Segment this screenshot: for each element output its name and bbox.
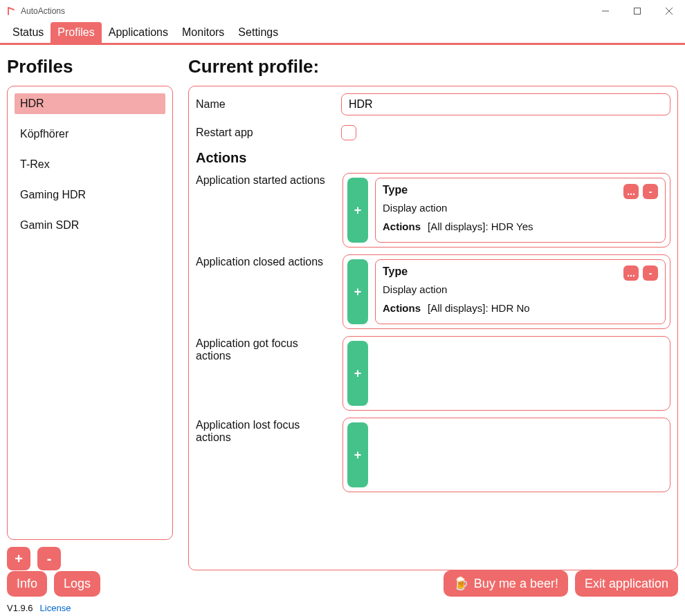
- menubar: StatusProfilesApplicationsMonitorsSettin…: [0, 22, 685, 43]
- remove-profile-button[interactable]: -: [37, 547, 61, 570]
- menu-tab-profiles[interactable]: Profiles: [51, 22, 101, 43]
- remove-action-button[interactable]: -: [643, 184, 658, 199]
- close-button[interactable]: [653, 0, 685, 22]
- action-type-value: Display action: [383, 202, 658, 214]
- action-section-label: Application lost focus actions: [196, 418, 334, 492]
- action-actions-value: [All displays]: HDR No: [428, 302, 530, 314]
- action-container: +: [342, 418, 670, 492]
- profile-list: HDRKöpfhörerT-RexGaming HDRGamin SDR: [15, 93, 165, 236]
- action-card: Type...-Display actionActions[All displa…: [375, 259, 666, 324]
- logs-button[interactable]: Logs: [54, 571, 100, 597]
- add-action-button[interactable]: +: [347, 178, 368, 243]
- action-section: Application got focus actions+: [196, 336, 670, 411]
- buy-beer-label: Buy me a beer!: [474, 577, 558, 591]
- action-section-label: Application got focus actions: [196, 336, 334, 411]
- window-title: AutoActions: [21, 6, 65, 16]
- restart-checkbox[interactable]: [341, 125, 356, 140]
- edit-action-button[interactable]: ...: [623, 184, 639, 199]
- action-type-label: Type: [383, 184, 408, 196]
- maximize-button[interactable]: [621, 0, 653, 22]
- info-button[interactable]: Info: [7, 571, 47, 597]
- action-container: +Type...-Display actionActions[All displ…: [342, 254, 670, 329]
- action-actions-value: [All displays]: HDR Yes: [428, 221, 533, 232]
- add-action-button[interactable]: +: [347, 259, 368, 324]
- minimize-button[interactable]: [590, 0, 621, 22]
- remove-action-button[interactable]: -: [643, 265, 658, 281]
- beer-icon: 🍺: [453, 576, 468, 591]
- app-icon: [6, 6, 17, 17]
- menu-tab-applications[interactable]: Applications: [102, 22, 175, 43]
- profile-item[interactable]: HDR: [15, 93, 165, 114]
- menu-tab-settings[interactable]: Settings: [231, 22, 285, 43]
- version-text: V1.9.6: [7, 603, 33, 613]
- license-link[interactable]: License: [40, 603, 71, 613]
- menu-tab-monitors[interactable]: Monitors: [175, 22, 231, 43]
- svg-rect-1: [634, 8, 641, 15]
- actions-heading: Actions: [196, 150, 670, 166]
- edit-action-button[interactable]: ...: [623, 265, 639, 281]
- add-action-button[interactable]: +: [347, 341, 368, 406]
- action-section: Application started actions+Type...-Disp…: [196, 173, 670, 248]
- add-profile-button[interactable]: +: [7, 547, 30, 570]
- titlebar: AutoActions: [0, 0, 685, 22]
- profile-item[interactable]: Gaming HDR: [15, 185, 165, 205]
- menu-tab-status[interactable]: Status: [6, 22, 51, 43]
- profile-item[interactable]: Köpfhörer: [15, 124, 165, 144]
- action-section: Application lost focus actions+: [196, 418, 670, 492]
- name-label: Name: [196, 98, 341, 111]
- action-type-label: Type: [383, 265, 408, 278]
- action-container: +Type...-Display actionActions[All displ…: [342, 173, 670, 248]
- action-type-value: Display action: [383, 283, 658, 295]
- version-row: V1.9.6 License: [7, 603, 71, 613]
- name-input[interactable]: [341, 93, 670, 115]
- action-section-label: Application started actions: [196, 173, 334, 248]
- current-profile-heading: Current profile:: [188, 56, 678, 77]
- exit-button[interactable]: Exit application: [575, 570, 678, 597]
- window-controls: [590, 0, 685, 22]
- action-container: +: [342, 336, 670, 411]
- profiles-heading: Profiles: [7, 56, 173, 77]
- profile-item[interactable]: Gamin SDR: [15, 215, 165, 236]
- action-card: Type...-Display actionActions[All displa…: [375, 178, 666, 243]
- buy-beer-button[interactable]: 🍺 Buy me a beer!: [444, 570, 568, 597]
- action-actions-label: Actions: [383, 221, 421, 232]
- current-profile-panel: Name Restart app Actions Application sta…: [188, 86, 678, 570]
- restart-label: Restart app: [196, 127, 341, 139]
- action-section: Application closed actions+Type...-Displ…: [196, 254, 670, 329]
- profiles-panel: HDRKöpfhörerT-RexGaming HDRGamin SDR: [7, 86, 173, 540]
- profile-item[interactable]: T-Rex: [15, 154, 165, 175]
- action-section-label: Application closed actions: [196, 254, 334, 329]
- action-actions-label: Actions: [383, 302, 421, 314]
- add-action-button[interactable]: +: [347, 422, 368, 487]
